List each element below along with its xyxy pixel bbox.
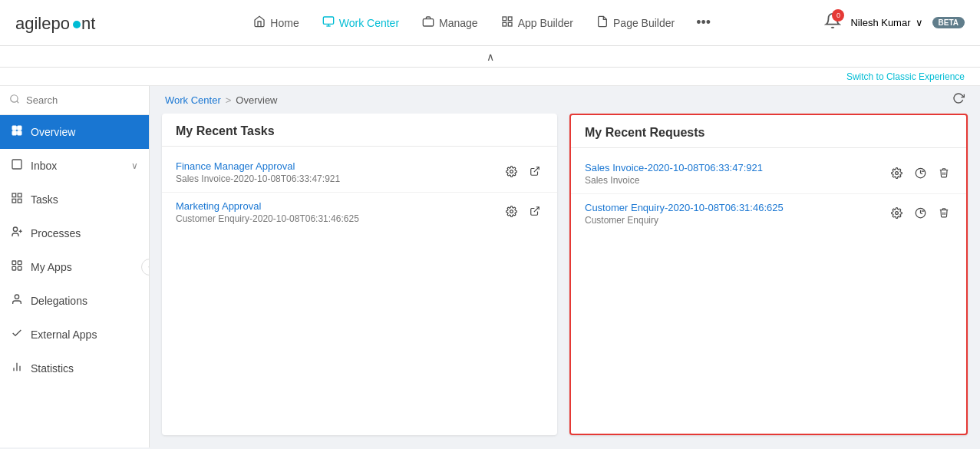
nav-manage[interactable]: Manage bbox=[413, 11, 487, 35]
svg-rect-7 bbox=[503, 17, 506, 21]
sidebar-item-statistics[interactable]: Statistics bbox=[0, 352, 149, 385]
svg-rect-25 bbox=[12, 261, 16, 265]
switch-classic-link[interactable]: Switch to Classic Experience bbox=[846, 71, 965, 82]
request-sub-2: Customer Enquiry bbox=[585, 215, 882, 226]
nav-appbuilder-label: App Builder bbox=[518, 17, 573, 29]
request-clocklist-button-2[interactable] bbox=[912, 206, 929, 223]
task-link-1[interactable]: Finance Manager Approval bbox=[176, 160, 497, 172]
request-sub-1: Sales Invoice bbox=[585, 175, 882, 186]
nav-home[interactable]: Home bbox=[244, 11, 308, 35]
user-name: Nilesh Kumar bbox=[850, 17, 910, 28]
request-settings-button-2[interactable] bbox=[888, 206, 906, 223]
inbox-icon bbox=[11, 158, 23, 173]
nav-workcenter[interactable]: Work Center bbox=[313, 11, 408, 35]
recent-tasks-body: Finance Manager Approval Sales Invoice-2… bbox=[162, 147, 557, 435]
svg-rect-6 bbox=[423, 18, 433, 25]
sidebar-item-delegations[interactable]: Delegations bbox=[0, 284, 149, 318]
refresh-button[interactable] bbox=[952, 92, 965, 107]
nav-manage-label: Manage bbox=[439, 17, 478, 29]
svg-rect-19 bbox=[18, 193, 21, 197]
sidebar-item-inbox[interactable]: Inbox ∨ bbox=[0, 149, 149, 183]
task-info: Finance Manager Approval Sales Invoice-2… bbox=[176, 160, 497, 184]
search-input[interactable] bbox=[26, 94, 140, 106]
task-sub-2: Customer Enquiry-2020-10-08T06:31:46:625 bbox=[176, 213, 497, 224]
content-area: Work Center > Overview My Recent Tasks bbox=[150, 86, 980, 447]
nav-pagebuilder-label: Page Builder bbox=[613, 17, 675, 29]
recent-requests-title: My Recent Requests bbox=[585, 126, 705, 139]
request-delete-button-1[interactable] bbox=[935, 166, 952, 182]
request-link-2[interactable]: Customer Enquiry-2020-10-08T06:31:46:625 bbox=[585, 202, 882, 213]
sidebar-item-myapps[interactable]: My Apps bbox=[0, 250, 149, 284]
recent-requests-body: Sales Invoice-2020-10-08T06:33:47:921 Sa… bbox=[571, 148, 966, 434]
svg-text:agilepo: agilepo bbox=[15, 14, 70, 33]
svg-rect-20 bbox=[12, 199, 16, 203]
sidebar-overview-label: Overview bbox=[31, 126, 75, 138]
recent-requests-header: My Recent Requests bbox=[571, 115, 966, 148]
svg-rect-28 bbox=[18, 266, 21, 270]
svg-rect-15 bbox=[12, 131, 16, 135]
sidebar-item-processes[interactable]: Processes bbox=[0, 216, 149, 250]
request-settings-button-1[interactable] bbox=[888, 166, 906, 183]
user-menu[interactable]: Nilesh Kumar ∨ bbox=[850, 17, 922, 28]
request-info-2: Customer Enquiry-2020-10-08T06:31:46:625… bbox=[585, 202, 882, 226]
breadcrumb-workcenter-link[interactable]: Work Center bbox=[165, 94, 221, 106]
logo[interactable]: agilepo nt bbox=[15, 9, 115, 37]
request-actions-2 bbox=[888, 206, 952, 223]
request-actions-1 bbox=[888, 166, 952, 183]
svg-rect-10 bbox=[508, 22, 512, 26]
svg-line-34 bbox=[534, 167, 539, 172]
sidebar-item-externalapps[interactable]: External Apps bbox=[0, 318, 149, 352]
breadcrumb: Work Center > Overview bbox=[165, 94, 278, 106]
classic-bar: Switch to Classic Experience bbox=[0, 68, 980, 86]
nav-more-button[interactable]: ••• bbox=[688, 10, 718, 35]
page-icon bbox=[596, 15, 609, 31]
task-settings-button-1[interactable] bbox=[503, 164, 520, 181]
nav-right: 0 Nilesh Kumar ∨ BETA bbox=[824, 12, 965, 33]
request-delete-button-2[interactable] bbox=[935, 206, 952, 222]
svg-rect-9 bbox=[503, 22, 506, 26]
sidebar-externalapps-label: External Apps bbox=[31, 328, 97, 341]
svg-line-36 bbox=[534, 207, 539, 212]
sidebar-item-overview[interactable]: Overview bbox=[0, 115, 149, 149]
sidebar-item-tasks[interactable]: Tasks bbox=[0, 183, 149, 216]
table-row: Sales Invoice-2020-10-08T06:33:47:921 Sa… bbox=[571, 154, 966, 194]
nav-pagebuilder[interactable]: Page Builder bbox=[587, 11, 684, 35]
inbox-chevron-icon: ∨ bbox=[131, 160, 138, 171]
svg-point-35 bbox=[510, 210, 513, 213]
nav-appbuilder[interactable]: App Builder bbox=[492, 11, 582, 35]
task-actions-2 bbox=[503, 204, 543, 221]
svg-rect-13 bbox=[12, 126, 16, 130]
recent-tasks-panel: My Recent Tasks Finance Manager Approval… bbox=[162, 114, 557, 435]
request-clocklist-button-1[interactable] bbox=[912, 166, 929, 183]
recent-tasks-header: My Recent Tasks bbox=[162, 114, 557, 147]
home-icon bbox=[253, 15, 266, 31]
svg-rect-27 bbox=[12, 266, 16, 270]
svg-point-37 bbox=[896, 171, 899, 174]
search-icon bbox=[9, 94, 20, 107]
collapse-nav-button[interactable]: ∧ bbox=[487, 51, 494, 63]
svg-point-29 bbox=[15, 295, 18, 299]
task-actions-1 bbox=[503, 164, 543, 181]
notification-button[interactable]: 0 bbox=[824, 12, 841, 33]
task-external-button-1[interactable] bbox=[526, 164, 543, 180]
monitor-icon bbox=[322, 15, 335, 31]
panels-container: My Recent Tasks Finance Manager Approval… bbox=[150, 114, 980, 447]
svg-point-33 bbox=[510, 170, 513, 173]
table-row: Customer Enquiry-2020-10-08T06:31:46:625… bbox=[571, 194, 966, 233]
overview-icon bbox=[11, 124, 23, 140]
task-link-2[interactable]: Marketing Approval bbox=[176, 200, 497, 212]
task-settings-button-2[interactable] bbox=[503, 204, 520, 221]
request-info-1: Sales Invoice-2020-10-08T06:33:47:921 Sa… bbox=[585, 162, 882, 186]
request-link-1[interactable]: Sales Invoice-2020-10-08T06:33:47:921 bbox=[585, 162, 882, 173]
sidebar-statistics-label: Statistics bbox=[31, 362, 74, 375]
nav-workcenter-label: Work Center bbox=[339, 17, 399, 29]
task-info: Marketing Approval Customer Enquiry-2020… bbox=[176, 200, 497, 224]
beta-badge: BETA bbox=[932, 17, 965, 28]
svg-rect-14 bbox=[18, 126, 21, 130]
logo-svg: agilepo nt bbox=[15, 9, 115, 37]
svg-point-22 bbox=[13, 227, 17, 231]
svg-rect-18 bbox=[12, 193, 16, 197]
task-external-button-2[interactable] bbox=[526, 204, 543, 220]
search-box bbox=[0, 86, 149, 115]
sidebar-inbox-label: Inbox bbox=[31, 160, 57, 172]
